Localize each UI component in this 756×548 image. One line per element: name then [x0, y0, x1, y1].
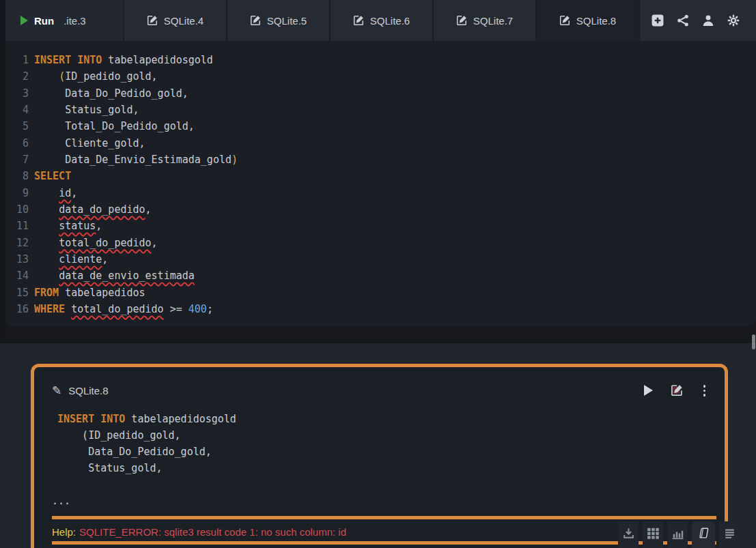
code-line: 7 Data_De_Envio_Estimada_gold): [5, 152, 756, 168]
tab-sqlite3[interactable]: Run .ite.3: [5, 0, 123, 41]
result-card-header: ✎ SQLite.8: [34, 367, 725, 398]
pencil-square-icon: [559, 15, 570, 26]
result-card: ✎ SQLite.8 INSERT INTO tabelapedidosgold…: [31, 364, 728, 548]
line-number: 5: [5, 118, 29, 134]
code-line: Data_Do_Pedido_gold,: [52, 444, 725, 460]
line-number: 10: [5, 201, 29, 218]
result-card-title: SQLite.8: [68, 385, 108, 396]
kebab-menu-icon[interactable]: [701, 384, 709, 398]
sql-editor[interactable]: 1INSERT INTO tabelapedidosgold2 (ID_pedi…: [5, 41, 756, 326]
code-line: 3 Data_Do_Pedido_gold,: [5, 85, 756, 102]
pencil-square-icon: [353, 15, 364, 26]
left-edge-strip: [0, 0, 5, 343]
code-line: 16WHERE total_do_pedido >= 400;: [5, 301, 756, 317]
error-message-block: Help:SQLITE_ERROR: sqlite3 result code 1…: [52, 516, 716, 545]
pencil-icon: ✎: [52, 385, 61, 396]
tab-label: SQLite.6: [370, 15, 410, 27]
line-number: 16: [5, 301, 29, 317]
result-card-actions: [644, 384, 709, 398]
share-icon[interactable]: [677, 14, 689, 27]
line-number: 13: [5, 251, 29, 268]
code-line: 4 Status_gold,: [5, 102, 756, 118]
tab-sqlite-4[interactable]: SQLite.4: [123, 0, 226, 41]
code-line: 6 Cliente_gold,: [5, 135, 756, 152]
code-line: 5 Total_Do_Pedido_gold,: [5, 118, 756, 134]
code-line: 1INSERT INTO tabelapedidosgold: [5, 52, 756, 68]
line-number: 1: [5, 52, 29, 68]
result-card-code: INSERT INTO tabelapedidosgold (ID_pedido…: [52, 411, 725, 477]
line-number: 3: [5, 85, 29, 102]
tab-label: SQLite.8: [576, 15, 616, 27]
list-icon[interactable]: [719, 521, 740, 548]
line-number: 11: [5, 218, 29, 234]
code-line: Status_gold,: [52, 460, 725, 476]
download-icon[interactable]: [618, 521, 639, 548]
error-message: SQLITE_ERROR: sqlite3 result code 1: no …: [79, 526, 346, 538]
user-icon[interactable]: [702, 14, 714, 27]
line-number: 7: [5, 152, 29, 168]
tab-label: SQLite.5: [267, 15, 307, 27]
gear-icon[interactable]: [727, 14, 740, 27]
tab-sqlite-6[interactable]: SQLite.6: [329, 0, 432, 41]
tab-list: SQLite.4SQLite.5SQLite.6SQLite.7SQLite.8: [123, 0, 639, 41]
pencil-square-icon: [147, 15, 158, 26]
line-number: 4: [5, 102, 29, 118]
code-ellipsis: ...: [52, 493, 725, 509]
code-line: 15FROM tabelapedidos: [5, 285, 756, 301]
line-number: 9: [5, 185, 29, 201]
code-line: 8SELECT: [5, 168, 756, 184]
result-view-toolbar: [618, 521, 740, 548]
tab-label: SQLite.7: [473, 15, 513, 27]
tab-label: SQLite.4: [164, 15, 204, 27]
plus-square-icon[interactable]: [652, 14, 664, 27]
help-label: Help:: [52, 526, 76, 538]
tab-sqlite3-label: .ite.3: [64, 15, 86, 27]
line-number: 8: [5, 168, 29, 184]
results-panel: ✎ SQLite.8 INSERT INTO tabelapedidosgold…: [0, 343, 756, 548]
tab-sqlite-5[interactable]: SQLite.5: [226, 0, 329, 41]
line-number: 15: [5, 285, 29, 301]
code-line: 14 data_de_envio_estimada: [5, 268, 756, 284]
tab-sqlite-8[interactable]: SQLite.8: [535, 0, 639, 41]
editor-lines: 1INSERT INTO tabelapedidosgold2 (ID_pedi…: [5, 52, 756, 318]
play-icon[interactable]: [644, 385, 653, 396]
pencil-square-icon: [250, 15, 261, 26]
code-line: 9 id,: [5, 185, 756, 201]
book-icon[interactable]: [692, 521, 715, 548]
tab-sqlite-7[interactable]: SQLite.7: [432, 0, 535, 41]
line-number: 12: [5, 235, 29, 251]
code-line: (ID_pedido_gold,: [52, 427, 725, 444]
line-number: 6: [5, 135, 29, 152]
code-line: INSERT INTO tabelapedidosgold: [52, 411, 725, 427]
code-line: 12 total_do_pedido,: [5, 235, 756, 251]
topbar-actions: [639, 0, 756, 41]
run-button[interactable]: Run: [34, 15, 54, 27]
code-line: 2 (ID_pedido_gold,: [5, 68, 756, 85]
line-number: 2: [5, 68, 29, 85]
scrollbar-thumb[interactable]: [752, 334, 755, 349]
code-line: 11 status,: [5, 218, 756, 234]
code-line: 13 cliente,: [5, 251, 756, 268]
code-line: 10 data_do_pedido,: [5, 201, 756, 218]
tab-bar: Run .ite.3 SQLite.4SQLite.5SQLite.6SQLit…: [0, 0, 756, 41]
pencil-square-icon: [456, 15, 467, 26]
chart-icon[interactable]: [667, 521, 688, 548]
line-number: 14: [5, 268, 29, 284]
run-icon: [20, 16, 28, 25]
app-window: { "topbar": { "run_label": "Run", "first…: [0, 0, 756, 548]
edit-icon[interactable]: [671, 384, 683, 396]
table-icon[interactable]: [643, 521, 663, 548]
